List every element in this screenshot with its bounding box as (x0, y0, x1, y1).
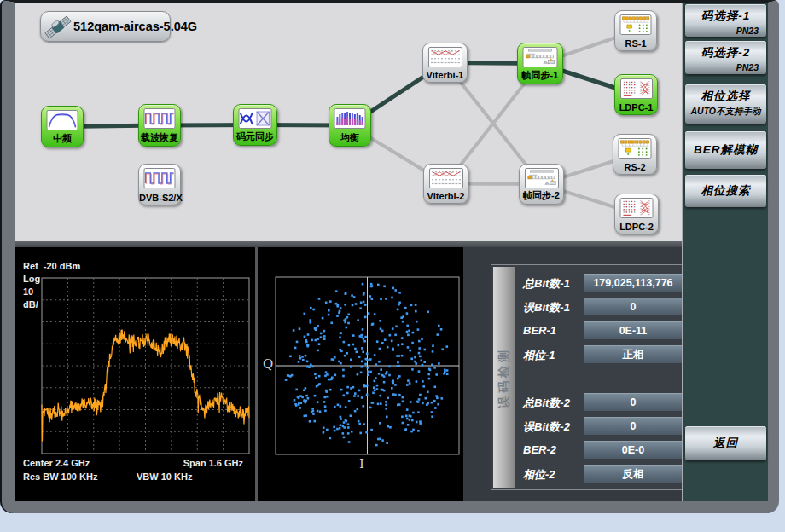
ber-row-label: 总Bit数-2 (523, 396, 570, 411)
ber-row: 相位-2反相 (491, 465, 689, 483)
diagram-block-rs-2[interactable]: RS-2 (613, 134, 657, 175)
ber-row: 相位-1正相 (491, 345, 689, 363)
sidebar: 码选择-1PN23码选择-2PN23相位选择AUTO不支持手动BER解模糊相位搜… (682, 3, 768, 501)
diagram-block-dvb-s2x[interactable]: DVB-S2/X (138, 164, 181, 205)
ber-row: BER-10E-11 (491, 321, 689, 339)
sidebar-button-code-select-2[interactable]: 码选择-2PN23 (685, 41, 766, 74)
sidebar-button-phase-select[interactable]: 相位选择AUTO不支持手动 (685, 84, 766, 124)
diagram-block-label: RS-2 (613, 162, 656, 172)
constellation-panel: Q I (258, 247, 463, 501)
ber-row-label: 相位-1 (523, 348, 555, 363)
sidebar-button-sublabel: AUTO不支持手动 (685, 106, 766, 118)
diagram-block-rs-1[interactable]: RS-1 (614, 10, 657, 51)
spectrum-span-label: Span 1.6 GHz (183, 458, 243, 468)
ber-panel: 误码检测 总Bit数-1179,025,113,776误Bit数-10BER-1… (463, 247, 682, 501)
ber-row: 总Bit数-20 (491, 393, 689, 411)
spectrum-ref-label: Ref -20 dBm (23, 261, 80, 271)
sidebar-button-label: 码选择-2 (685, 45, 766, 61)
sidebar-button-phase-search[interactable]: 相位搜索 (685, 175, 766, 207)
diagram-panels-divider (15, 241, 682, 247)
sidebar-button-back[interactable]: 返回 (685, 426, 766, 460)
ber-row-value: 179,025,113,776 (584, 274, 682, 292)
ber-row-label: BER-1 (523, 324, 556, 337)
ber-row-label: 误Bit数-1 (523, 300, 570, 315)
square-wave-icon (144, 108, 176, 129)
constellation-i-axis-label: I (359, 456, 364, 471)
eye-diagram-icon (239, 108, 272, 129)
diagram-block-label: DVB-S2/X (139, 193, 180, 203)
trellis-icon (428, 47, 462, 67)
ber-row-label: 相位-2 (523, 467, 555, 483)
diagram-block-label: RS-1 (615, 38, 656, 49)
back-button-label: 返回 (713, 436, 738, 451)
equalizer-bars-icon (334, 108, 366, 129)
diagram-block-ldpc-1[interactable]: LDPC-1 (614, 74, 658, 115)
diagram-block-frame-sync-2[interactable]: 帧同步-2 (519, 164, 564, 205)
spectrum-vbw-label: VBW 10 KHz (137, 471, 192, 482)
ber-box: 误码检测 总Bit数-1179,025,113,776误Bit数-10BER-1… (491, 264, 690, 490)
sidebar-button-label: BER解模糊 (694, 142, 758, 158)
satellite-icon (44, 12, 73, 46)
block-diagram: 512qam-aircas-5.04G 中频载波恢复码元同步均衡DVB-S2/X… (15, 3, 682, 241)
ber-row-value: 0 (584, 298, 682, 315)
bottom-panels: Ref -20 dBm Log 10 dB/ Center 2.4 GHz Sp… (15, 247, 682, 501)
diagram-block-label: 帧同步-2 (520, 189, 563, 202)
signal-title-button[interactable]: 512qam-aircas-5.04G (40, 11, 171, 42)
rs-decoder-icon (620, 14, 652, 35)
sidebar-button-code-select-1[interactable]: 码选择-1PN23 (685, 4, 766, 37)
frame-sync-icon (525, 168, 559, 188)
app-window: 512qam-aircas-5.04G 中频载波恢复码元同步均衡DVB-S2/X… (2, 0, 779, 513)
diagram-block-if[interactable]: 中频 (41, 106, 84, 147)
screen: 512qam-aircas-5.04G 中频载波恢复码元同步均衡DVB-S2/X… (0, 0, 785, 532)
square-wave-icon (144, 168, 176, 188)
spectrum-panel: Ref -20 dBm Log 10 dB/ Center 2.4 GHz Sp… (15, 247, 255, 501)
ber-row-label: 总Bit数-1 (523, 276, 570, 292)
diagram-block-frame-sync-1[interactable]: 帧同步-1 (517, 43, 563, 84)
spectrum-rbw-label: Res BW 100 KHz (23, 471, 97, 482)
sidebar-button-label: 相位选择 (685, 89, 766, 104)
ber-row: 误Bit数-20 (491, 417, 689, 435)
ber-row-value: 0 (584, 417, 682, 435)
spectrum-scale-label: Log (23, 274, 40, 284)
ber-row: BER-20E-0 (491, 441, 689, 459)
sidebar-button-ber-disambiguation[interactable]: BER解模糊 (685, 131, 766, 169)
diagram-block-label: Viterbi-1 (423, 70, 467, 80)
signal-title-label: 512qam-aircas-5.04G (73, 12, 197, 41)
diagram-block-label: 均衡 (329, 131, 370, 144)
sidebar-button-sublabel: PN23 (685, 26, 766, 36)
ber-row-value: 0E-11 (584, 321, 682, 339)
ber-row-label: 误Bit数-2 (523, 419, 570, 435)
spectrum-scale-unit: dB/ (23, 299, 38, 309)
bandpass-spectrum-icon (47, 110, 78, 130)
diagram-block-equalizer[interactable]: 均衡 (329, 104, 371, 147)
diagram-block-label: 中频 (42, 132, 83, 145)
ber-row: 总Bit数-1179,025,113,776 (491, 274, 689, 292)
main-area: 512qam-aircas-5.04G 中频载波恢复码元同步均衡DVB-S2/X… (15, 3, 682, 501)
diagram-block-ldpc-2[interactable]: LDPC-2 (614, 194, 659, 234)
ber-row-label: BER-2 (523, 443, 556, 456)
ldpc-decoder-icon (620, 198, 654, 218)
spectrum-scale-value: 10 (23, 286, 33, 297)
rs-decoder-icon (619, 138, 652, 159)
diagram-block-carrier-recovery[interactable]: 载波恢复 (138, 104, 181, 147)
diagram-block-viterbi-1[interactable]: Viterbi-1 (422, 43, 468, 83)
sidebar-button-label: 码选择-1 (685, 9, 766, 24)
ber-row: 误Bit数-10 (491, 298, 689, 315)
diagram-block-viterbi-2[interactable]: Viterbi-2 (423, 164, 468, 204)
constellation-q-axis-label: Q (263, 356, 273, 372)
ber-row-value: 正相 (584, 345, 682, 363)
diagram-block-label: LDPC-1 (615, 102, 657, 113)
diagram-block-label: Viterbi-2 (424, 191, 468, 201)
diagram-block-label: 码元同步 (234, 130, 276, 143)
sidebar-button-label: 相位搜索 (701, 183, 751, 199)
spectrum-center-label: Center 2.4 GHz (23, 458, 90, 468)
diagram-block-label: LDPC-2 (615, 222, 658, 232)
diagram-block-label: 帧同步-1 (518, 69, 562, 82)
frame-sync-icon (523, 47, 558, 67)
ber-row-value: 0E-0 (584, 441, 682, 459)
diagram-block-label: 载波恢复 (139, 131, 180, 144)
ldpc-decoder-icon (620, 78, 653, 99)
ber-row-value: 0 (584, 393, 682, 411)
trellis-icon (429, 168, 463, 188)
diagram-block-symbol-sync[interactable]: 码元同步 (233, 104, 277, 146)
